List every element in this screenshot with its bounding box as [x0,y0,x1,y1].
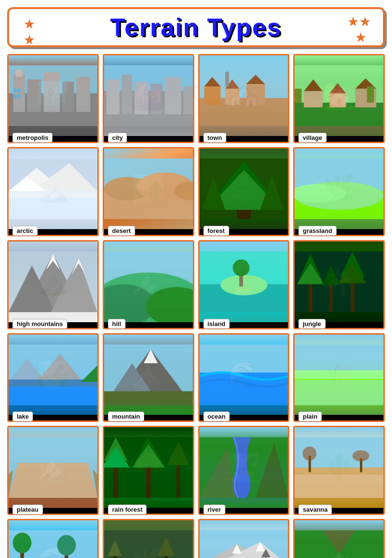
card-image-jungle: 🌴 [295,242,383,322]
card-image-metropolis: 🏙️ [9,55,97,136]
svg-rect-2 [13,74,25,112]
card-label-forest: forest [203,226,229,236]
card-image-desert: 🏜️ [104,148,193,229]
svg-rect-19 [183,86,193,115]
card-sea: 🌊 sea [7,519,99,558]
svg-rect-24 [225,89,239,105]
card-inner-arctic: 🏔️ arctic [9,148,97,235]
card-image-town: 🏘️ [200,55,288,136]
card-village: 🏡 village [293,54,385,143]
card-image-savanna: 🌵 [295,427,383,508]
svg-point-132 [57,535,76,556]
card-image-lake: 🏞️ [9,335,97,415]
card-label-rain-forest: rain forest [108,505,147,515]
svg-rect-39 [367,86,374,103]
card-inner-swamp: 🌿 swamp [104,520,193,558]
svg-rect-8 [14,89,17,93]
card-image-high-mountains: ⛰️ [9,242,97,322]
svg-rect-45 [9,198,97,219]
svg-rect-4 [27,79,41,112]
svg-rect-26 [246,84,265,105]
card-mountain: ⛰️ mountain [103,333,194,422]
svg-rect-18 [165,77,181,114]
svg-rect-14 [106,79,119,114]
svg-rect-98 [200,372,288,405]
card-inner-plateau: 🏔️ plateau [9,427,97,514]
svg-rect-6 [62,82,74,112]
svg-point-130 [13,533,32,553]
card-image-plateau: 🏔️ [9,427,97,508]
card-label-lake: lake [12,411,33,421]
card-image-village: 🏡 [295,55,383,136]
card-inner-high-mountains: ⛰️ high mountains [9,242,97,328]
card-town: 🏘️ town [198,54,290,143]
svg-point-124 [303,447,317,461]
card-inner-island: 🏝️ island [200,242,288,328]
card-image-tundra: 🏔️ [200,520,288,558]
card-label-arctic: arctic [12,226,38,236]
card-metropolis: 🏙️ metropolis [7,54,99,143]
card-label-high-mountains: high mountains [12,319,67,329]
card-inner-mountain: ⛰️ mountain [104,335,193,421]
card-inner-tundra: 🏔️ tundra [200,520,288,558]
svg-rect-32 [304,91,323,107]
svg-rect-16 [134,82,148,114]
card-plateau: 🏔️ plateau [7,426,99,515]
card-label-river: river [203,505,225,515]
svg-point-126 [352,451,369,462]
card-image-rain-forest: 🌳 [104,427,193,508]
card-inner-lake: 🏞️ lake [9,335,97,421]
svg-rect-15 [122,74,132,114]
card-inner-desert: 🏜️ desert [104,148,193,235]
card-grassland: 🌿 grassland [293,147,385,236]
card-image-forest: 🌲 [200,148,288,229]
card-high-mountains: ⛰️ high mountains [7,240,99,329]
card-savanna: 🌵 savanna [293,426,385,515]
card-label-ocean: ocean [203,411,230,421]
card-label-plateau: plateau [12,505,43,515]
card-inner-valley: 🏔️ valley [295,520,383,558]
card-lake: 🏞️ lake [7,333,99,422]
svg-rect-3 [16,70,23,77]
svg-rect-96 [104,391,193,405]
card-label-island: island [203,319,230,329]
card-inner-plain: 🌾 plain [295,335,383,421]
card-swamp: 🌿 swamp [103,519,194,558]
card-inner-ocean: 🌊 ocean [200,335,288,421]
card-image-city: 🌆 [104,55,193,136]
svg-rect-38 [295,89,302,103]
card-rain-forest: 🌳 rain forest [103,426,194,515]
page-title: Terrain Types [110,13,282,41]
card-image-swamp: 🌿 [104,520,193,558]
card-label-plain: plain [298,411,321,421]
svg-rect-122 [295,468,383,475]
card-inner-hill: 🏔️ hill [104,242,193,328]
card-inner-river: 🏞️ river [200,427,288,514]
card-inner-forest: 🌲 forest [200,148,288,235]
card-image-hill: 🏔️ [104,242,193,322]
card-image-river: 🏞️ [200,427,288,508]
card-inner-grassland: 🌿 grassland [295,148,383,235]
svg-marker-105 [9,463,97,498]
svg-point-75 [233,259,249,276]
card-image-sea: 🌊 [9,520,97,558]
card-image-island: 🏝️ [200,242,288,322]
card-hill: 🏔️ hill [103,240,194,329]
card-inner-sea: 🌊 sea [9,520,97,558]
card-ocean: 🌊 ocean [198,333,290,422]
card-inner-rain-forest: 🌳 rain forest [104,427,193,514]
terrain-grid: 🏙️ metropolis 🌆 [7,54,385,558]
card-inner-savanna: 🌵 savanna [295,427,383,514]
card-valley: 🏔️ valley [293,519,385,558]
svg-rect-121 [295,473,383,498]
card-river: 🏞️ river [198,426,290,515]
star-right-icon: ★★ ★ [347,14,371,45]
svg-rect-5 [43,73,60,112]
card-inner-village: 🏡 village [295,55,383,142]
card-arctic: 🏔️ arctic [7,147,99,236]
header-box: ★★ Terrain Types ★★ ★ [7,7,385,47]
svg-rect-101 [295,370,383,379]
card-image-ocean: 🌊 [200,335,288,415]
card-image-plain: 🌾 [295,335,383,415]
card-desert: 🏜️ desert [103,147,194,236]
